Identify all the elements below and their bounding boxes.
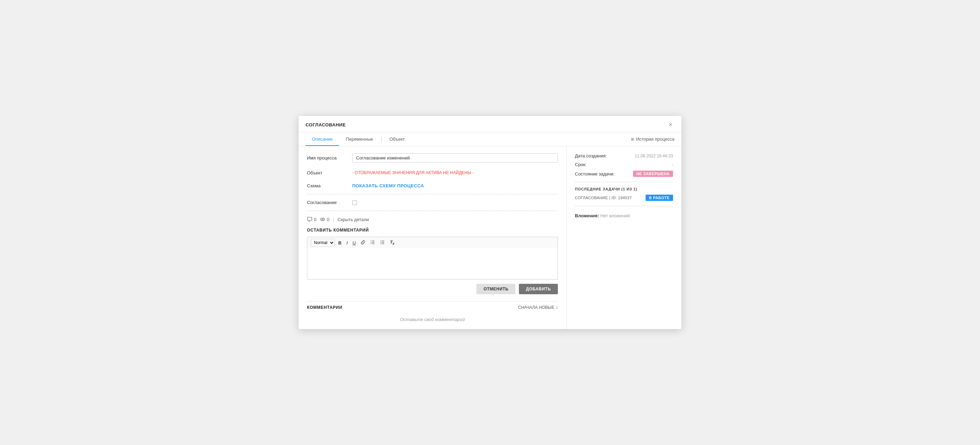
- schema-row: Схема ПОКАЗАТЬ СХЕМУ ПРОЦЕССА: [307, 181, 558, 188]
- right-panel: Дата создания: 11.08.2022 16:46:33 Срок:…: [566, 146, 681, 329]
- svg-point-11: [381, 241, 382, 241]
- link-icon: [361, 240, 366, 245]
- dialog-body: Имя процесса Объект - ОТОБРАЖАЕМЫЕ ЗНАЧЕ…: [299, 146, 681, 329]
- hide-details-link[interactable]: Скрыть детали: [337, 217, 369, 222]
- ordered-list-button[interactable]: 1 2 3: [369, 239, 377, 247]
- comments-title: КОММЕНТАРИИ: [307, 305, 342, 310]
- list-icon: ≡: [631, 136, 634, 142]
- form-divider-1: [307, 194, 558, 194]
- form-divider-2: [307, 211, 558, 211]
- task-status-badge: В РАБОТЕ: [646, 195, 673, 201]
- no-comments-text: Оставьте свой комментарий: [307, 317, 558, 322]
- svg-point-12: [381, 242, 382, 243]
- add-button[interactable]: ДОБАВИТЬ: [519, 284, 558, 294]
- created-value: 11.08.2022 16:46:33: [635, 153, 673, 158]
- format-select[interactable]: Normal: [311, 239, 335, 247]
- bold-button[interactable]: B: [337, 239, 343, 246]
- history-link[interactable]: ≡ История процесса: [631, 136, 675, 142]
- task-state-row: Состояние задачи: НЕ ЗАВЕРШЕНА: [575, 171, 673, 177]
- comment-buttons: ОТМЕНИТЬ ДОБАВИТЬ: [307, 284, 558, 294]
- details-divider: |: [333, 217, 334, 222]
- svg-point-13: [381, 243, 382, 244]
- tab-object[interactable]: Объект: [383, 132, 411, 146]
- deadline-value: -: [672, 162, 673, 167]
- attachments-value: Нет вложений: [600, 213, 630, 219]
- dialog-header: СОГЛАСОВАНИЕ ×: [299, 116, 681, 132]
- cancel-button[interactable]: ОТМЕНИТЬ: [476, 284, 515, 294]
- tab-divider: [382, 136, 382, 142]
- clear-format-button[interactable]: Tx: [388, 239, 396, 246]
- task-row: СОГЛАСОВАНИЕ | ID: 194537 В РАБОТЕ: [575, 195, 673, 201]
- svg-point-0: [321, 218, 325, 221]
- svg-text:3: 3: [371, 243, 372, 244]
- close-button[interactable]: ×: [667, 121, 675, 129]
- process-name-value: [352, 153, 558, 163]
- object-row: Объект - ОТОБРАЖАЕМЫЕ ЗНАЧЕНИЯ ДЛЯ АКТИВ…: [307, 168, 558, 175]
- tab-variables[interactable]: Переменные: [340, 132, 379, 146]
- process-name-input[interactable]: [352, 153, 558, 163]
- attachments-row: Вложения: Нет вложений: [575, 213, 673, 219]
- underline-button[interactable]: U: [351, 239, 357, 246]
- task-state-label: Состояние задачи:: [575, 171, 614, 177]
- object-label: Объект: [307, 168, 352, 175]
- link-button[interactable]: [359, 239, 367, 247]
- task-state-badge: НЕ ЗАВЕРШЕНА: [633, 171, 673, 177]
- last-tasks-header: ПОСЛЕДНИЕ ЗАДАЧИ (1 ИЗ 1): [575, 187, 673, 191]
- svg-point-1: [322, 219, 323, 220]
- watches-icon-row: 0: [320, 217, 329, 222]
- tab-description[interactable]: Описание: [305, 132, 339, 146]
- approval-label: Согласование: [307, 200, 352, 205]
- approval-row: Согласование: [307, 200, 558, 205]
- left-panel: Имя процесса Объект - ОТОБРАЖАЕМЫЕ ЗНАЧЕ…: [299, 146, 566, 329]
- created-label: Дата создания:: [575, 153, 607, 158]
- right-divider-2: [575, 206, 673, 206]
- comments-header: КОММЕНТАРИИ СНАЧАЛА НОВЫЕ ↕: [307, 301, 558, 310]
- unordered-list-button[interactable]: [379, 239, 386, 247]
- details-row: 0 0 | Скрыть детали: [307, 217, 558, 222]
- created-row: Дата создания: 11.08.2022 16:46:33: [575, 153, 673, 158]
- deadline-label: Срок:: [575, 162, 586, 167]
- comment-section-title: ОСТАВИТЬ КОММЕНТАРИЙ: [307, 228, 558, 233]
- approval-checkbox[interactable]: [352, 200, 357, 205]
- schema-label: Схема: [307, 181, 352, 188]
- unordered-list-icon: [380, 240, 385, 245]
- task-label: СОГЛАСОВАНИЕ | ID: 194537: [575, 196, 632, 200]
- tabs-bar: Описание Переменные Объект ≡ История про…: [299, 132, 681, 146]
- deadline-row: Срок: -: [575, 162, 673, 167]
- ordered-list-icon: 1 2 3: [370, 240, 375, 245]
- process-name-row: Имя процесса: [307, 153, 558, 163]
- dialog-container: СОГЛАСОВАНИЕ × Описание Переменные Объек…: [299, 116, 681, 329]
- sort-icon: ↕: [556, 305, 558, 310]
- comments-icon-row: 0: [307, 217, 317, 222]
- eye-icon: [320, 217, 325, 222]
- editor-toolbar: Normal B I U 1 2: [307, 237, 558, 248]
- comments-sort[interactable]: СНАЧАЛА НОВЫЕ ↕: [518, 305, 558, 310]
- schema-link[interactable]: ПОКАЗАТЬ СХЕМУ ПРОЦЕССА: [352, 181, 558, 188]
- dialog-title: СОГЛАСОВАНИЕ: [305, 122, 345, 128]
- comment-icon: [307, 217, 312, 222]
- comment-editor[interactable]: [307, 248, 558, 280]
- attachments-label: Вложения:: [575, 213, 599, 219]
- object-value: - ОТОБРАЖАЕМЫЕ ЗНАЧЕНИЯ ДЛЯ АКТИВА НЕ НА…: [352, 168, 558, 175]
- process-name-label: Имя процесса: [307, 153, 352, 161]
- object-link[interactable]: - ОТОБРАЖАЕМЫЕ ЗНАЧЕНИЯ ДЛЯ АКТИВА НЕ НА…: [352, 168, 558, 175]
- right-divider-1: [575, 182, 673, 182]
- schema-value: ПОКАЗАТЬ СХЕМУ ПРОЦЕССА: [352, 181, 558, 188]
- italic-button[interactable]: I: [345, 239, 349, 246]
